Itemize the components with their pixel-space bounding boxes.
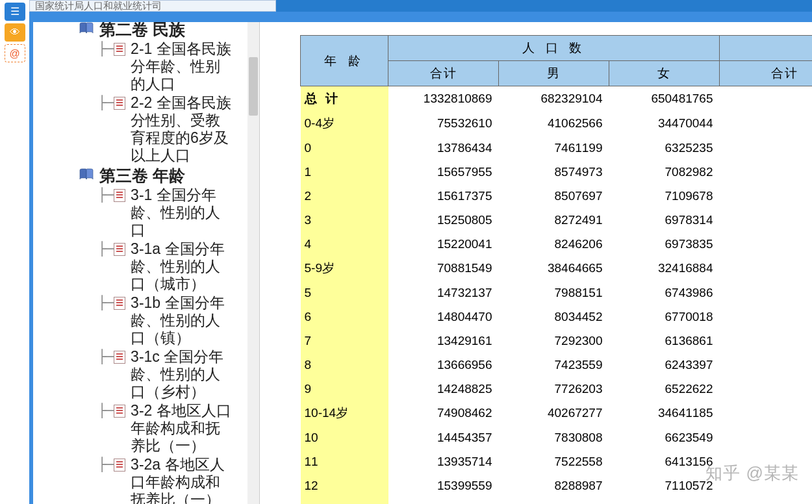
cell-female: 6623549 [609,425,720,449]
cell-extra [720,305,813,329]
table-row: 121539955982889877110572 [301,473,813,498]
cell-age: 0-4岁 [301,111,388,136]
table-row: 91424882577262036522622 [301,377,813,401]
table-row: 101445435778308086623549 [301,425,813,449]
cell-female: 6243397 [609,353,720,377]
nav-item-label: 3-2 各地区人口年龄构成和抚养比（一） [131,402,231,455]
sidebar-scrollbar-track[interactable] [247,18,259,504]
nav-item-label: 3-1 全国分年龄、性别的人口 [131,186,231,239]
left-icon-strip: ☰ 👁 @ [0,0,29,504]
tree-branch-icon: ├─ [98,186,114,203]
col-female: 女 [609,61,720,86]
cell-extra [720,208,813,232]
window-title: 国家统计局人口和就业统计司 [29,0,276,12]
cell-age: 10 [301,425,388,449]
cell-total: 13666956 [388,353,499,377]
cell-age: 总 计 [301,86,388,112]
cell-male: 7988151 [499,281,609,305]
sub-blue-bar [29,12,812,22]
cell-female: 6136861 [609,329,720,353]
cell-male: 41062566 [499,111,609,136]
cell-male: 40267277 [499,401,609,425]
cell-extra [720,425,813,449]
page-icon [114,243,125,256]
cell-extra [720,377,813,401]
sidebar-scrollbar-thumb[interactable] [249,57,258,116]
cell-extra [720,160,813,184]
nav-item[interactable]: ├─3-2 各地区人口年龄构成和抚养比（一） [98,402,247,455]
cell-total: 14454357 [388,425,499,449]
table-row: 131522503281610007064032 [301,498,813,504]
cell-female: 7110572 [609,473,720,498]
book-icon [79,22,94,35]
cell-total: 13429161 [388,329,499,353]
cell-female: 6522622 [609,377,720,401]
cell-extra [720,232,813,256]
cell-total: 15399559 [388,473,499,498]
nav-item-label: 2-2 全国各民族分性别、受教育程度的6岁及以上人口 [131,94,231,164]
cell-male: 38464665 [499,256,609,281]
nav-item[interactable]: ├─3-1b 全国分年龄、性别的人口（镇） [98,294,247,347]
cell-female: 650481765 [609,86,720,112]
cell-age: 11 [301,449,388,473]
nav-item-label: 3-2a 各地区人口年龄构成和抚养比（一） [131,456,231,504]
cell-extra [720,111,813,136]
cell-extra [720,281,813,305]
at-icon[interactable]: @ [5,44,25,62]
cell-total: 75532610 [388,111,499,136]
cell-male: 8272491 [499,208,609,232]
cell-male: 7292300 [499,329,609,353]
cell-total: 14732137 [388,281,499,305]
table-row: 41522004182462066973835 [301,232,813,256]
cell-age: 0 [301,136,388,160]
nav-item[interactable]: ├─3-2a 各地区人口年龄构成和抚养比（一） [98,456,247,504]
cell-age: 13 [301,498,388,504]
table-row: 01378643474611996325235 [301,136,813,160]
cell-extra [720,353,813,377]
page-icon [114,405,125,418]
col-male: 男 [499,61,609,86]
cell-male: 8507697 [499,184,609,208]
nav-item-label: 3-1c 全国分年龄、性别的人口（乡村） [131,348,231,401]
cell-female: 6978314 [609,208,720,232]
col-extra-top [720,36,813,61]
cell-male: 8161000 [499,498,609,504]
nav-item[interactable]: ├─3-1c 全国分年龄、性别的人口（乡村） [98,348,247,401]
cell-total: 15250805 [388,208,499,232]
cell-male: 7726203 [499,377,609,401]
cell-female: 6325235 [609,136,720,160]
page-icon [114,297,125,310]
volume-title[interactable]: 第二卷 民族 [99,19,185,39]
cell-extra [720,473,813,498]
cell-male: 8034452 [499,305,609,329]
page-icon [114,351,125,364]
list-icon[interactable]: ☰ [5,3,25,21]
cell-age: 6 [301,305,388,329]
tree-branch-icon: ├─ [98,456,114,473]
cell-total: 13786434 [388,136,499,160]
volume-title[interactable]: 第三卷 年龄 [99,166,185,185]
tree-branch-icon: ├─ [98,348,114,365]
table-row: 总 计1332810869682329104650481765 [301,86,813,112]
tree-branch-icon: ├─ [98,294,114,311]
cell-extra [720,329,813,353]
col-total: 合计 [388,61,499,86]
col-pop: 人 口 数 [388,36,720,61]
cell-age: 5 [301,281,388,305]
weibo-icon[interactable]: 👁 [5,23,25,42]
cell-extra [720,401,813,425]
cell-female: 7064032 [609,498,720,504]
cell-total: 13935714 [388,449,499,473]
nav-item[interactable]: ├─3-1 全国分年龄、性别的人口 [98,186,247,239]
tree-branch-icon: ├─ [98,40,114,57]
nav-item[interactable]: ├─3-1a 全国分年龄、性别的人口（城市） [98,240,247,293]
cell-female: 7082982 [609,160,720,184]
cell-total: 15617375 [388,184,499,208]
nav-item[interactable]: ├─2-1 全国各民族分年龄、性别的人口 [98,40,247,93]
cell-age: 9 [301,377,388,401]
nav-item[interactable]: ├─2-2 全国各民族分性别、受教育程度的6岁及以上人口 [98,94,247,164]
table-row: 21561737585076977109678 [301,184,813,208]
table-row: 51473213779881516743986 [301,281,813,305]
cell-age: 12 [301,473,388,498]
nav-item-label: 3-1a 全国分年龄、性别的人口（城市） [131,240,231,293]
